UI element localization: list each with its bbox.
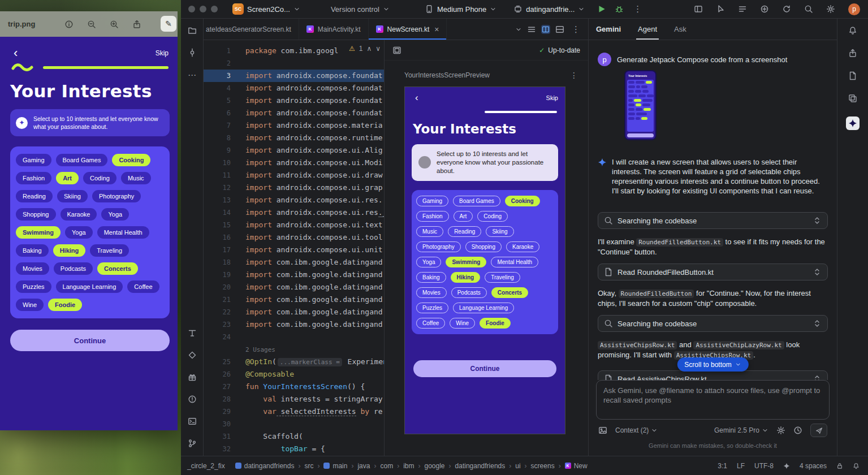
zoom-out-icon[interactable] bbox=[87, 20, 96, 29]
breadcrumb-datingandfriends[interactable]: datingandfriends bbox=[455, 462, 506, 470]
prev-problem-icon[interactable]: ∧ bbox=[366, 45, 372, 53]
ai-status-icon[interactable] bbox=[783, 463, 790, 469]
terminal-icon[interactable] bbox=[188, 417, 197, 426]
info-icon[interactable] bbox=[64, 20, 74, 29]
breadcrumb-main[interactable]: main bbox=[323, 462, 347, 470]
run-config-selector[interactable]: datingandfrie... bbox=[513, 5, 585, 14]
caret-position[interactable]: 3:1 bbox=[718, 462, 727, 470]
history-icon[interactable] bbox=[793, 426, 802, 435]
code-line[interactable]: 28 val interests = stringArray bbox=[204, 393, 384, 405]
agent-action-searching-the-codebase[interactable]: Searching the codebase bbox=[598, 315, 828, 332]
split-bottom-icon[interactable] bbox=[555, 25, 564, 34]
commit-tool-icon[interactable] bbox=[188, 48, 197, 57]
problems-icon[interactable] bbox=[188, 395, 197, 404]
expand-collapse-icon[interactable] bbox=[813, 319, 822, 328]
code-line[interactable]: 24 bbox=[204, 331, 384, 343]
gemini-tool-button[interactable] bbox=[846, 116, 860, 130]
code-line[interactable]: 8import androidx.compose.runtime bbox=[204, 132, 384, 144]
next-problem-icon[interactable]: ∨ bbox=[375, 45, 381, 53]
ui-check-mode-icon[interactable] bbox=[392, 46, 401, 55]
warning-count[interactable]: 1 bbox=[359, 45, 363, 53]
attach-image-icon[interactable] bbox=[598, 426, 607, 435]
code-line[interactable]: 12import androidx.compose.ui.grap bbox=[204, 182, 384, 194]
split-view-icon[interactable] bbox=[541, 25, 550, 34]
device-mirroring-icon[interactable] bbox=[694, 5, 703, 14]
breadcrumb-java[interactable]: java bbox=[357, 462, 370, 470]
code-line[interactable]: 2 Usages bbox=[204, 343, 384, 356]
code-line[interactable]: 5import androidx.compose.foundat bbox=[204, 94, 384, 107]
readonly-lock-icon[interactable] bbox=[836, 463, 843, 469]
tab-list-chevron-icon[interactable] bbox=[515, 26, 522, 33]
code-line[interactable]: 27fun YourInterestsScreen() { bbox=[204, 381, 384, 393]
status-notifications-icon[interactable] bbox=[853, 463, 860, 469]
editor-more-icon[interactable]: ⋮ bbox=[569, 24, 582, 34]
more-tools-icon[interactable]: ⋯ bbox=[188, 70, 196, 80]
window-zoom-button[interactable] bbox=[211, 6, 218, 12]
status-task[interactable]: _circle_2_fix bbox=[187, 462, 225, 470]
usages-hint[interactable]: 2 Usages bbox=[245, 346, 275, 353]
code-line[interactable]: 25@OptIn(...markerClass = Experiment bbox=[204, 356, 384, 368]
resource-manager-icon[interactable] bbox=[848, 94, 857, 103]
search-everywhere-icon[interactable] bbox=[804, 5, 813, 14]
indent-style[interactable]: 4 spaces bbox=[800, 462, 827, 470]
send-button[interactable] bbox=[810, 424, 827, 437]
window-close-button[interactable] bbox=[188, 6, 195, 12]
code-line[interactable]: 32 topBar = { bbox=[204, 443, 384, 455]
code-line[interactable]: 26@Composable bbox=[204, 368, 384, 381]
scroll-to-bottom-button[interactable]: Scroll to bottom bbox=[677, 357, 748, 372]
logcat-icon[interactable] bbox=[738, 5, 747, 14]
editor-tab-ateideasgeneratorscreen-kt[interactable]: ateIdeasGeneratorScreen.kt bbox=[204, 19, 299, 40]
code-line[interactable]: 23import com.ibm.google.datingand bbox=[204, 318, 384, 331]
code-line[interactable]: 31 Scaffold( bbox=[204, 430, 384, 443]
window-minimize-button[interactable] bbox=[200, 6, 206, 12]
breadcrumb-screens[interactable]: screens bbox=[531, 462, 555, 470]
attached-screenshot-thumbnail[interactable]: Your Interests bbox=[624, 70, 657, 140]
dependencies-icon[interactable] bbox=[188, 351, 197, 360]
device-explorer-icon[interactable] bbox=[848, 71, 857, 80]
gemini-settings-icon[interactable] bbox=[776, 426, 785, 435]
device-manager-icon[interactable] bbox=[188, 373, 197, 382]
expand-collapse-icon[interactable] bbox=[813, 374, 822, 380]
code-line[interactable]: 30 bbox=[204, 418, 384, 430]
editor-tab-newscreen-kt[interactable]: NewScreen.kt× bbox=[369, 19, 447, 40]
breadcrumb-com[interactable]: com bbox=[380, 462, 393, 470]
project-widget[interactable]: SC Screen2Co... bbox=[232, 3, 300, 15]
build-status[interactable]: ✓ Up-to-date bbox=[539, 46, 580, 54]
breadcrumb-new[interactable]: New bbox=[565, 462, 588, 470]
user-avatar[interactable]: p bbox=[848, 3, 860, 15]
tab-agent[interactable]: Agent bbox=[638, 19, 657, 40]
share-icon[interactable] bbox=[132, 20, 141, 29]
debug-button[interactable] bbox=[615, 5, 624, 14]
agent-action-read-roundedfilledbutton-kt[interactable]: Read RoundedFilledButton.kt bbox=[598, 264, 828, 280]
breadcrumb-src[interactable]: src bbox=[304, 462, 313, 470]
breadcrumb-ibm[interactable]: ibm bbox=[403, 462, 414, 470]
code-editor[interactable]: 1package com.ibm.googl23import androidx.… bbox=[204, 40, 385, 456]
model-selector[interactable]: Gemini 2.5 Pro bbox=[714, 426, 768, 434]
code-line[interactable]: 3import androidx.compose.foundat bbox=[204, 70, 384, 82]
preview-options-icon[interactable]: ⋮ bbox=[570, 71, 578, 80]
agent-action-searching-the-codebase[interactable]: Searching the codebase bbox=[598, 212, 828, 229]
code-line[interactable]: 21import com.ibm.google.datingand bbox=[204, 293, 384, 306]
close-tab-icon[interactable]: × bbox=[434, 25, 439, 34]
code-line[interactable]: 19import com.ibm.google.datingand bbox=[204, 269, 384, 281]
code-line[interactable]: 6import androidx.compose.foundat bbox=[204, 107, 384, 119]
running-devices-icon[interactable] bbox=[848, 49, 857, 58]
code-line[interactable]: 7import androidx.compose.materia bbox=[204, 119, 384, 132]
layout-inspector-icon[interactable] bbox=[188, 329, 197, 338]
code-line[interactable]: 2 bbox=[204, 57, 384, 70]
more-actions-icon[interactable]: ⋮ bbox=[631, 4, 644, 14]
agent-action-read-assistivechipsrow-kt[interactable]: Read AssistiveChipsRow.kt bbox=[598, 370, 828, 380]
code-line[interactable]: 16import androidx.compose.ui.tool bbox=[204, 231, 384, 244]
git-icon[interactable] bbox=[188, 439, 197, 448]
run-button[interactable] bbox=[597, 5, 606, 14]
preview-canvas[interactable]: ‹ Skip Your Interests Select up to 10 in… bbox=[404, 87, 565, 434]
context-selector[interactable]: Context (2) bbox=[615, 426, 658, 434]
code-line[interactable]: 18import com.ibm.google.datingand bbox=[204, 256, 384, 269]
settings-icon[interactable] bbox=[826, 5, 835, 14]
expand-collapse-icon[interactable] bbox=[813, 216, 822, 225]
profiler-icon[interactable] bbox=[716, 5, 725, 14]
breadcrumb-datingandfriends[interactable]: datingandfriends bbox=[235, 462, 295, 470]
code-line[interactable]: 14import androidx.compose.ui.res._ bbox=[204, 206, 384, 219]
file-encoding[interactable]: UTF-8 bbox=[754, 462, 774, 470]
code-line[interactable]: 4import androidx.compose.foundat bbox=[204, 82, 384, 94]
